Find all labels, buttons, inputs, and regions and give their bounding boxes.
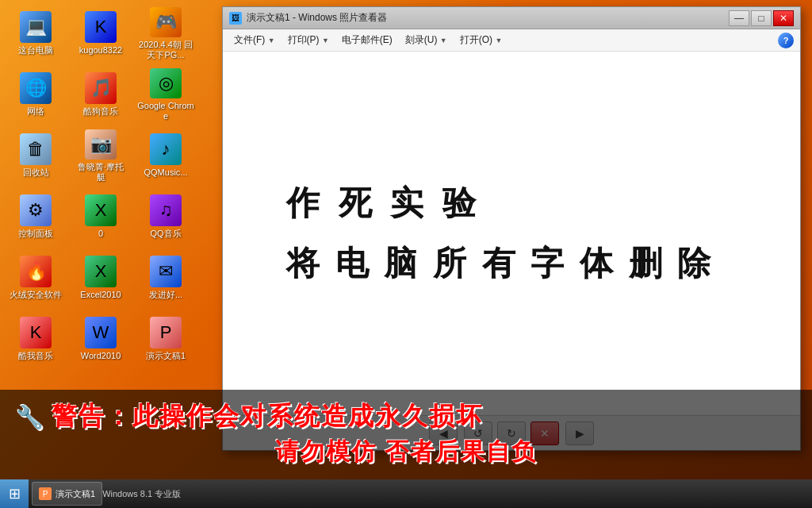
icon-image-computer: 💻 bbox=[20, 11, 52, 43]
icon-label-game: 2020.4.4朝 回天下PG... bbox=[137, 40, 194, 60]
warning-icon: 🔧 bbox=[16, 404, 45, 430]
icon-label-qqmusic2: QQ音乐 bbox=[150, 229, 181, 239]
desktop-icon-word2010[interactable]: WWord2010 bbox=[69, 310, 132, 369]
icon-label-send: 发进好... bbox=[149, 290, 182, 300]
window-title-icon: 🖼 bbox=[229, 12, 242, 25]
icon-image-word2010: W bbox=[85, 317, 117, 348]
desktop-icon-computer[interactable]: 💻这台电脑 bbox=[4, 4, 67, 64]
window-controls: — □ ✕ bbox=[729, 10, 794, 26]
menu-email[interactable]: 电子邮件(E) bbox=[337, 32, 397, 48]
icon-image-ppt: P bbox=[150, 317, 182, 348]
icon-label-fire: 火绒安全软件 bbox=[10, 290, 62, 300]
desktop-icon-control[interactable]: ⚙控制面板 bbox=[4, 187, 67, 247]
icon-image-music: 🎵 bbox=[85, 72, 117, 104]
warning-line1: 🔧 警告：此操作会对系统造成永久损坏 bbox=[16, 399, 796, 434]
icon-label-word2010: Word2010 bbox=[81, 351, 121, 361]
icon-label-computer: 这台电脑 bbox=[18, 45, 53, 56]
desktop-icon-qqmusic[interactable]: ♪QQMusic... bbox=[134, 126, 197, 186]
icon-label-kugou: kugou8322 bbox=[79, 45, 122, 56]
slide-content: 作 死 实 验 将 电 脑 所 有 字 体 删 除 bbox=[255, 67, 768, 399]
desktop-icon-photo[interactable]: 📷鲁晓菁·摩托 艇 bbox=[69, 126, 132, 186]
icon-image-network: 🌐 bbox=[20, 72, 52, 104]
icon-label-control: 控制面板 bbox=[18, 229, 53, 239]
icon-label-qqmusic: QQMusic... bbox=[144, 167, 187, 178]
icon-image-excel2010: X bbox=[85, 256, 117, 287]
desktop-icon-kugou[interactable]: Kkugou8322 bbox=[69, 4, 132, 64]
slide-text-sub: 将 电 脑 所 有 字 体 删 除 bbox=[286, 241, 737, 286]
taskbar-ppt-icon: P bbox=[39, 487, 52, 500]
icon-label-network: 网络 bbox=[27, 106, 44, 117]
window-menubar: 文件(F) ▼ 打印(P) ▼ 电子邮件(E) 刻录(U) ▼ 打开(O) ▼ … bbox=[223, 29, 800, 52]
desktop-icon-qqmusic2[interactable]: ♫QQ音乐 bbox=[134, 187, 197, 247]
warning-line2: 请勿模仿 否者后果自负 bbox=[16, 436, 796, 468]
window-titlebar: 🖼 演示文稿1 - Windows 照片查看器 — □ ✕ bbox=[223, 7, 800, 29]
slide-text-main: 作 死 实 验 bbox=[286, 181, 737, 225]
icon-image-kuwo: K bbox=[20, 317, 52, 348]
taskbar-right-text: Windows 8.1 专业版 bbox=[102, 488, 187, 500]
menu-burn[interactable]: 刻录(U) ▼ bbox=[400, 32, 452, 48]
desktop-icon-music[interactable]: 🎵酷狗音乐 bbox=[69, 65, 132, 125]
icon-image-excel0: X bbox=[85, 194, 117, 226]
window-title-text: 演示文稿1 - Windows 照片查看器 bbox=[247, 11, 729, 25]
menu-open[interactable]: 打开(O) ▼ bbox=[455, 32, 508, 48]
warning-overlay: 🔧 警告：此操作会对系统造成永久损坏 请勿模仿 否者后果自负 bbox=[0, 390, 812, 479]
taskbar-item-ppt[interactable]: P 演示文稿1 bbox=[32, 482, 102, 506]
taskbar-ppt-label: 演示文稿1 bbox=[56, 488, 95, 500]
icon-label-ppt: 演示文稿1 bbox=[146, 351, 186, 361]
menu-print[interactable]: 打印(P) ▼ bbox=[283, 32, 334, 48]
desktop-icon-chrome[interactable]: ◎Google Chrome bbox=[134, 65, 197, 125]
desktop-icon-excel2010[interactable]: XExcel2010 bbox=[69, 248, 132, 308]
help-button[interactable]: ? bbox=[778, 33, 794, 48]
icon-image-chrome: ◎ bbox=[150, 68, 182, 98]
icon-label-recycle: 回收站 bbox=[23, 167, 49, 178]
desktop-icon-fire[interactable]: 🔥火绒安全软件 bbox=[4, 248, 67, 308]
close-button[interactable]: ✕ bbox=[773, 10, 794, 26]
icon-label-kuwo: 酷我音乐 bbox=[18, 351, 53, 361]
icon-image-photo: 📷 bbox=[85, 129, 117, 160]
desktop-icon-send[interactable]: ✉发进好... bbox=[134, 248, 197, 308]
icon-label-photo: 鲁晓菁·摩托 艇 bbox=[72, 162, 129, 183]
desktop-icon-game[interactable]: 🎮2020.4.4朝 回天下PG... bbox=[134, 4, 197, 64]
icon-label-excel0: 0 bbox=[98, 229, 103, 239]
start-button[interactable]: ⊞ bbox=[0, 479, 29, 508]
minimize-button[interactable]: — bbox=[729, 10, 749, 26]
desktop-icon-ppt[interactable]: P演示文稿1 bbox=[134, 310, 197, 369]
icon-image-kugou: K bbox=[85, 11, 117, 43]
icon-label-music: 酷狗音乐 bbox=[83, 106, 118, 117]
icon-image-qqmusic: ♪ bbox=[150, 133, 182, 165]
maximize-button[interactable]: □ bbox=[751, 10, 772, 26]
icon-image-game: 🎮 bbox=[150, 7, 182, 37]
desktop-icon-excel0[interactable]: X0 bbox=[69, 187, 132, 247]
icon-label-chrome: Google Chrome bbox=[137, 101, 194, 121]
icon-image-fire: 🔥 bbox=[20, 256, 52, 287]
desktop-icon-network[interactable]: 🌐网络 bbox=[4, 65, 67, 125]
window-content: 作 死 实 验 将 电 脑 所 有 字 体 删 除 bbox=[223, 52, 800, 415]
icon-image-send: ✉ bbox=[150, 256, 182, 287]
icon-label-excel2010: Excel2010 bbox=[80, 290, 121, 300]
icon-image-recycle: 🗑 bbox=[20, 133, 52, 165]
icon-image-control: ⚙ bbox=[20, 194, 52, 226]
taskbar: ⊞ P 演示文稿1 Windows 8.1 专业版 bbox=[0, 479, 812, 508]
menu-file[interactable]: 文件(F) ▼ bbox=[229, 32, 280, 48]
photo-viewer-window: 🖼 演示文稿1 - Windows 照片查看器 — □ ✕ 文件(F) ▼ 打印… bbox=[222, 6, 801, 451]
taskbar-items: P 演示文稿1 bbox=[32, 479, 102, 508]
desktop-icon-recycle[interactable]: 🗑回收站 bbox=[4, 126, 67, 186]
icon-image-qqmusic2: ♫ bbox=[150, 194, 182, 226]
desktop-icon-kuwo[interactable]: K酷我音乐 bbox=[4, 310, 67, 369]
desktop: 💻这台电脑Kkugou8322🎮2020.4.4朝 回天下PG...🌐网络🎵酷狗… bbox=[0, 0, 812, 508]
